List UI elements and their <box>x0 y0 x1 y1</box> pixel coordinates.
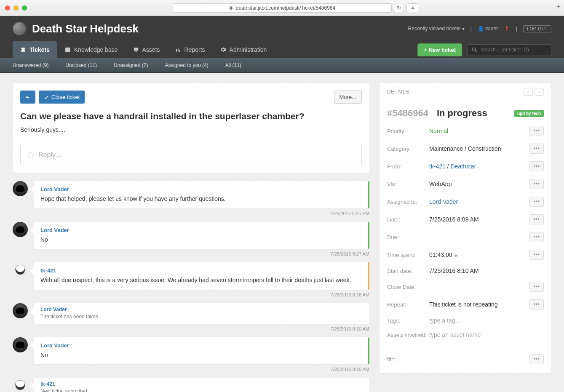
edit-priority-button[interactable]: ••• <box>529 126 544 136</box>
nav-tab-tickets[interactable]: Tickets <box>13 41 57 58</box>
filter-assigned[interactable]: Assigned to you (4) <box>165 62 208 68</box>
value-repeat: This ticket is not repeating <box>429 301 529 308</box>
tags-input[interactable]: type a tag... <box>429 317 544 324</box>
label-repeat: Repeat: <box>387 301 429 308</box>
edit-date-button[interactable]: ••• <box>529 214 544 224</box>
nav-right: + New ticket <box>417 43 551 56</box>
edit-assigned-button[interactable]: ••• <box>529 197 544 207</box>
nav-tab-assets[interactable]: Assets <box>126 41 168 58</box>
ticket-title: Can we please have a handrail installed … <box>20 111 362 121</box>
filter-all[interactable]: All (11) <box>225 62 241 68</box>
filter-unassigned[interactable]: Unassigned (7) <box>114 62 148 68</box>
row-date: Date: 7/25/2016 8:09 AM ••• <box>380 211 551 228</box>
main-column: Close ticket More... Can we please have … <box>13 83 369 392</box>
nav-tab-reports[interactable]: Reports <box>168 41 213 58</box>
value-start: 7/25/2016 8:10 AM <box>429 267 544 274</box>
comment-row: Lord VaderNo <box>13 222 369 249</box>
comment-bubble: Lord VaderHope that helped, please let u… <box>34 181 369 208</box>
edit-close-button[interactable]: ••• <box>529 282 544 292</box>
comment-author[interactable]: Lord Vader <box>40 307 363 312</box>
chart-icon <box>175 47 181 53</box>
value-via: WebApp <box>429 181 529 187</box>
new-ticket-button[interactable]: + New ticket <box>417 43 462 56</box>
more-button[interactable]: More... <box>334 91 362 104</box>
comment-author[interactable]: Lord Vader <box>40 227 361 233</box>
next-ticket-button[interactable]: › <box>535 88 544 96</box>
avatar <box>13 222 28 237</box>
reload-button[interactable]: ↻ <box>394 4 404 12</box>
row-from: From: tk-421 / Deathstar ••• <box>380 157 551 175</box>
comment-text: No <box>40 351 361 360</box>
details-nav: ‹ › <box>524 88 544 96</box>
edit-due-button[interactable]: ••• <box>529 232 544 242</box>
label-via: Via: <box>387 181 429 187</box>
content-area: Close ticket More... Can we please have … <box>0 73 564 392</box>
logout-button[interactable]: LOG OUT <box>523 25 551 32</box>
label-start: Start date: <box>387 268 429 274</box>
divider: | <box>470 26 472 32</box>
comment-author[interactable]: Lord Vader <box>40 342 361 349</box>
nav-tab-admin[interactable]: Administration <box>213 41 275 58</box>
row-due: Due: ••• <box>380 228 551 246</box>
edit-repeat-button[interactable]: ••• <box>529 299 544 309</box>
nav-tab-kb[interactable]: Knowledge base <box>57 41 126 58</box>
row-tags: Tags: type a tag... <box>380 313 551 328</box>
from-org-link[interactable]: Deathstar <box>451 163 476 170</box>
from-user-link[interactable]: tk-421 <box>429 163 446 170</box>
edit-time-button[interactable]: ••• <box>529 250 544 260</box>
comment-bubble: tk-421New ticket submitted <box>34 378 369 392</box>
comment-timestamp: 7/25/2016 8:10 AM <box>13 367 369 372</box>
filter-unanswered[interactable]: Unanswered (9) <box>13 62 48 68</box>
ticket-body: Seriously guys.... <box>20 126 362 133</box>
warning-icon[interactable]: ❗ <box>504 26 510 32</box>
close-window-icon[interactable] <box>5 5 10 11</box>
label-date: Date: <box>387 216 429 223</box>
comment-author[interactable]: tk-421 <box>40 267 361 274</box>
edit-fff-button[interactable]: ••• <box>529 354 544 364</box>
comment-row: Lord VaderNo <box>13 337 369 365</box>
value-time: 01:43:00⏮ <box>429 251 529 258</box>
search-input[interactable] <box>481 47 547 53</box>
search-box[interactable] <box>467 44 551 55</box>
comment-timestamp: 7/25/2016 8:26 AM <box>13 292 369 297</box>
value-assigned[interactable]: Lord Vader <box>429 198 529 205</box>
comment-row: Lord VaderHope that helped, please let u… <box>13 181 369 208</box>
user-link[interactable]: 👤 vader <box>478 26 498 32</box>
ticket-id: #5486964 <box>387 108 428 119</box>
reply-input[interactable]: Reply... <box>20 145 362 165</box>
new-tab-button[interactable]: + <box>556 3 561 11</box>
value-from: tk-421 / Deathstar <box>429 163 529 170</box>
reply-button[interactable] <box>20 91 35 104</box>
edit-category-button[interactable]: ••• <box>529 144 544 154</box>
address-bar[interactable]: deathstar.jitbit.com/helpdesk/Ticket/548… <box>173 3 392 13</box>
row-repeat: Repeat: This ticket is not repeating ••• <box>380 296 551 313</box>
close-ticket-button[interactable]: Close ticket <box>39 91 85 104</box>
prev-ticket-button[interactable]: ‹ <box>524 88 533 96</box>
time-reset-icon[interactable]: ⏮ <box>454 253 458 258</box>
edit-from-button[interactable]: ••• <box>529 161 544 171</box>
assets-input[interactable]: type an asset name <box>429 331 544 338</box>
label-tags: Tags: <box>387 317 429 324</box>
search-icon <box>472 47 477 53</box>
ticket-status: In progress <box>437 108 487 119</box>
edit-via-button[interactable]: ••• <box>529 179 544 189</box>
filter-unclosed[interactable]: Unclosed (11) <box>65 62 97 68</box>
row-assets: Assets involved: type an asset name <box>380 328 551 342</box>
recently-viewed-link[interactable]: Recently viewed tickets ▾ <box>408 26 465 32</box>
maximize-window-icon[interactable] <box>22 5 27 11</box>
check-icon <box>44 95 49 100</box>
gear-icon <box>220 47 226 53</box>
comment-text: With all due respect, this is a very ser… <box>40 276 361 285</box>
sidebar: DETAILS ‹ › #5486964 In progress upd by … <box>380 83 551 373</box>
value-date: 7/25/2016 8:09 AM <box>429 216 529 223</box>
comment-author[interactable]: tk-421 <box>40 381 363 387</box>
avatar <box>13 337 28 352</box>
ticket-actions: Close ticket More... <box>20 91 362 104</box>
comment-author[interactable]: Lord Vader <box>40 186 361 192</box>
minimize-window-icon[interactable] <box>13 5 19 11</box>
avatar <box>13 303 28 318</box>
details-header: DETAILS ‹ › <box>380 83 551 101</box>
label-category: Category: <box>387 146 429 152</box>
downloads-button[interactable] <box>406 3 419 12</box>
ticket-icon <box>20 47 26 53</box>
